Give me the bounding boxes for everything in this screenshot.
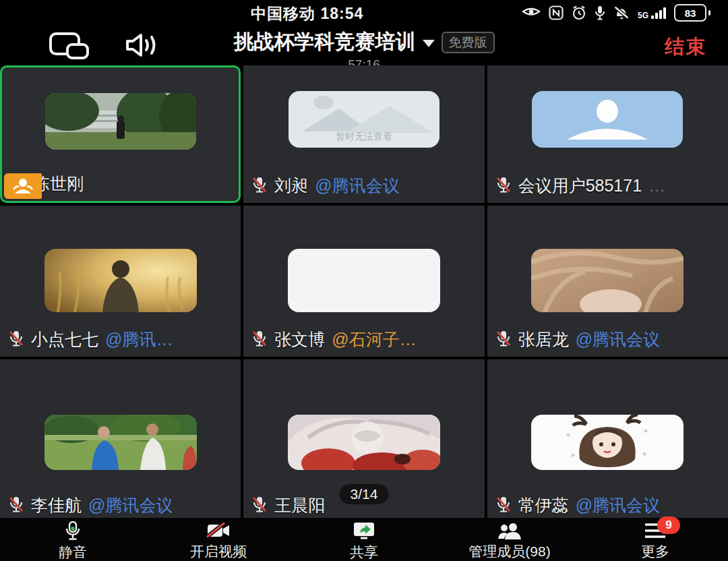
participant-name-truncation: … (648, 176, 665, 196)
chevron-down-icon[interactable] (423, 40, 435, 47)
participant-grid: 陈世刚 暂时无法查看 刘昶 @腾讯会议 (0, 65, 728, 561)
avatar-image (531, 249, 684, 312)
participant-name: 会议用户585171 (518, 175, 642, 197)
mic-muted-icon (251, 330, 268, 350)
participant-name: 张文博 (274, 328, 325, 351)
share-screen-button[interactable]: 共享 (291, 518, 437, 561)
carrier-time-text: 中国移动 18:54 (251, 3, 363, 24)
active-speaker-badge (4, 173, 42, 199)
participant-org: @腾讯会议 (576, 328, 660, 351)
participant-org: @腾讯会议 (576, 494, 660, 516)
avatar-image-unavailable: 暂时无法查看 (289, 91, 439, 148)
avatar-image (44, 415, 197, 470)
avatar-image (44, 249, 197, 312)
mic-muted-icon (8, 496, 24, 516)
avatar-image (45, 93, 196, 150)
toolbar-label: 静音 (59, 543, 87, 561)
mic-muted-icon (8, 330, 24, 350)
toolbar-label: 开启视频 (190, 542, 247, 561)
participant-name: 李佳航 (31, 494, 82, 516)
battery-icon: 83 (674, 4, 710, 22)
participant-tile-liuchang[interactable]: 暂时无法查看 刘昶 @腾讯会议 (243, 65, 484, 203)
avatar-image (288, 415, 440, 470)
more-button[interactable]: 9 更多 (582, 518, 728, 561)
microphone-status-icon (595, 5, 605, 20)
participant-name: 王晨阳 (274, 494, 325, 516)
participant-org: @腾讯会议 (88, 494, 173, 516)
notification-badge: 9 (657, 516, 680, 534)
participant-tile-chenshigang[interactable]: 陈世刚 (0, 65, 241, 203)
toolbar-label: 更多 (641, 542, 669, 561)
participant-tile-zhangjulong[interactable]: 张居龙 @腾讯会议 (487, 206, 728, 357)
participant-name: 常伊蕊 (518, 494, 569, 516)
alarm-icon (572, 5, 586, 20)
nfc-icon (549, 5, 564, 20)
end-meeting-button[interactable]: 结束 (665, 34, 706, 61)
mic-muted-icon (495, 496, 512, 516)
camera-off-icon (205, 521, 232, 540)
meeting-title[interactable]: 挑战杯学科竞赛培训 (234, 28, 416, 56)
avatar-image-blank (288, 249, 440, 312)
participant-tile-user585171[interactable]: 会议用户585171 … (487, 65, 728, 203)
manage-members-button[interactable]: 管理成员(98) (437, 518, 582, 561)
mic-muted-icon (495, 330, 512, 350)
signal-5g-icon: 5G (638, 7, 666, 19)
meeting-header: 挑战杯学科竞赛培训 免费版 57:16 结束 (0, 24, 728, 65)
plan-badge: 免费版 (442, 32, 495, 53)
avatar-placeholder-text: 暂时无法查看 (336, 131, 392, 142)
share-screen-icon (352, 521, 376, 541)
avatar-image-default-person (532, 91, 683, 148)
participant-org: @腾讯会议 (315, 175, 399, 197)
bell-muted-icon (613, 5, 630, 20)
toolbar-label: 管理成员(98) (468, 542, 550, 561)
eye-comfort-icon (522, 6, 541, 20)
avatar-image (531, 415, 684, 470)
participant-name: 小点七七 (31, 328, 98, 351)
toolbar-label: 共享 (350, 543, 378, 561)
meeting-toolbar: 静音 开启视频 共享 (0, 518, 728, 561)
mute-button[interactable]: 静音 (0, 518, 146, 561)
mic-muted-icon (495, 176, 512, 196)
members-icon (497, 521, 522, 540)
participant-name: 刘昶 (274, 175, 308, 197)
participant-org: @腾讯… (105, 328, 173, 351)
more-menu-icon: 9 (644, 521, 667, 540)
start-video-button[interactable]: 开启视频 (146, 518, 291, 561)
microphone-level-icon (65, 521, 81, 541)
battery-percent: 83 (674, 4, 706, 22)
participant-name: 张居龙 (518, 328, 569, 351)
participant-tile-zhangwenbo[interactable]: 张文博 @石河子… (243, 206, 484, 357)
status-bar: 中国移动 18:54 5G 83 (0, 0, 728, 24)
page-indicator: 3/14 (340, 484, 389, 504)
participant-tile-xiaodianqiqi[interactable]: 小点七七 @腾讯… (0, 206, 241, 357)
mic-muted-icon (251, 496, 268, 516)
mic-muted-icon (251, 176, 268, 196)
participant-org: @石河子… (332, 328, 416, 351)
